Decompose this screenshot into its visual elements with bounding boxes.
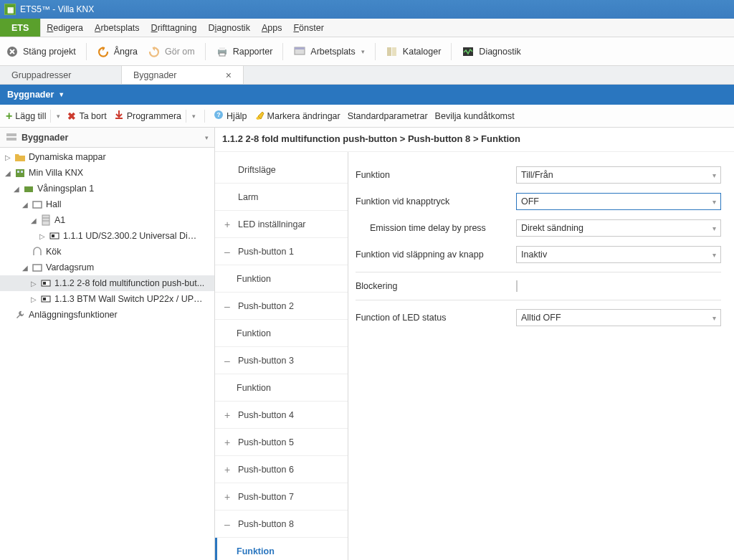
- reports-button[interactable]: Rapporter: [216, 45, 273, 58]
- folder-icon: [14, 151, 26, 163]
- workspace-label: Arbetsplats: [310, 47, 356, 57]
- nav-pb2-funktion[interactable]: Funktion: [215, 320, 348, 347]
- workspace-icon: [293, 45, 306, 58]
- checkbox-blockering[interactable]: [516, 280, 518, 292]
- separator: [375, 43, 376, 60]
- tab-byggnader[interactable]: Byggnader ×: [122, 66, 244, 84]
- diagnostics-button[interactable]: Diagnostik: [462, 45, 520, 58]
- tree-vardagsrum[interactable]: ◢Vardagsrum: [0, 260, 214, 275]
- menu-diagnostik[interactable]: Diagnostik: [203, 19, 256, 37]
- dropdown-icon[interactable]: ▾: [57, 113, 60, 120]
- delete-button[interactable]: ✖ Ta bort: [67, 110, 106, 122]
- chevron-down-icon: ▼: [58, 91, 65, 98]
- nav-pb1[interactable]: –Push-button 1: [215, 238, 348, 265]
- catalogs-button[interactable]: Kataloger: [386, 45, 442, 58]
- svg-rect-19: [42, 215, 49, 225]
- room-icon: [32, 246, 43, 257]
- tree-hall[interactable]: ◢Hall: [0, 196, 214, 212]
- nav-larm[interactable]: Larm: [215, 184, 348, 211]
- tree-villa[interactable]: ◢Min Villa KNX: [0, 165, 214, 181]
- tree-a1[interactable]: ◢A1: [0, 212, 214, 228]
- nav-pb1-funktion[interactable]: Funktion: [215, 265, 348, 293]
- tree-device-btm[interactable]: ▷1.1.3 BTM Wall Switch UP22x / UP24x...: [0, 291, 214, 307]
- undo-icon: [97, 45, 110, 58]
- select-led-status[interactable]: Alltid OFF▾: [516, 309, 721, 326]
- tab-gruppadresser[interactable]: Gruppadresser: [0, 66, 122, 84]
- tree-anl[interactable]: Anläggningsfunktioner: [0, 307, 214, 323]
- svg-rect-18: [33, 201, 42, 208]
- nav-pb6[interactable]: +Push-button 6: [215, 456, 348, 483]
- tree-dynamic-folders[interactable]: ▷Dynamiska mappar: [0, 149, 214, 165]
- dropdown-icon[interactable]: ▾: [205, 134, 209, 141]
- device-icon: [49, 230, 60, 242]
- undo-button[interactable]: Ångra: [97, 45, 138, 58]
- select-delay[interactable]: Direkt sändning▾: [516, 219, 721, 237]
- svg-rect-13: [6, 138, 16, 141]
- mark-changes-button[interactable]: Markera ändringar: [254, 110, 340, 122]
- menu-apps[interactable]: Apps: [256, 19, 288, 37]
- program-button[interactable]: Programmera ▾: [114, 110, 196, 123]
- plus-icon: +: [224, 409, 231, 421]
- tab-gruppadresser-label: Gruppadresser: [11, 70, 71, 80]
- building-icon: [14, 167, 26, 179]
- tree-kok[interactable]: Kök: [0, 244, 214, 260]
- nav-pb8[interactable]: –Push-button 8: [215, 511, 348, 538]
- nav-pb7[interactable]: +Push-button 7: [215, 483, 348, 511]
- close-project-icon: [6, 45, 19, 58]
- label-release: Funktion vid släppning av knapp: [356, 250, 516, 260]
- menu-arbetsplats[interactable]: Arbetsplats: [89, 19, 146, 37]
- close-tab-icon[interactable]: ×: [226, 70, 232, 81]
- printer-icon: [216, 45, 229, 58]
- menu-fonster[interactable]: Fönster: [287, 19, 329, 37]
- nav-pb2[interactable]: –Push-button 2: [215, 293, 348, 320]
- nav-pb8-funktion[interactable]: Funktion: [215, 538, 348, 560]
- svg-rect-6: [387, 47, 391, 56]
- tree-device-multi[interactable]: ▷1.1.2 2-8 fold multifunction push-but..…: [0, 275, 214, 291]
- row-blockering: Blockering: [356, 277, 721, 300]
- workspace-button[interactable]: Arbetsplats ▾: [293, 45, 365, 58]
- dropdown-icon: ▾: [361, 48, 365, 55]
- select-funktion[interactable]: Till/Från▾: [516, 166, 721, 184]
- svg-rect-7: [392, 47, 396, 56]
- select-press[interactable]: OFF▾: [516, 193, 721, 210]
- tree-device-dim[interactable]: ▷1.1.1 UD/S2.300.2 Universal Dim Ac...: [0, 228, 214, 244]
- svg-text:?: ?: [216, 111, 221, 118]
- tree-header[interactable]: Byggnader ▾: [0, 128, 214, 148]
- catalogs-label: Kataloger: [403, 47, 442, 57]
- separator: [451, 43, 452, 60]
- redo-button[interactable]: Gör om: [148, 45, 195, 58]
- grant-access-button[interactable]: Bevilja kundåtkomst: [435, 111, 515, 121]
- nav-pb3-funktion[interactable]: Funktion: [215, 374, 348, 402]
- menu-ets[interactable]: ETS: [0, 19, 41, 37]
- select-release[interactable]: Inaktiv▾: [516, 246, 721, 263]
- svg-rect-14: [16, 169, 24, 177]
- tree-plan[interactable]: ◢Våningsplan 1: [0, 181, 214, 196]
- panel-header[interactable]: Byggnader ▼: [0, 85, 734, 105]
- mark-label: Markera ändringar: [267, 111, 340, 121]
- dropdown-icon[interactable]: ▾: [192, 113, 196, 120]
- menu-redigera[interactable]: Redigera: [41, 19, 89, 37]
- default-params-button[interactable]: Standardparametrar: [348, 111, 428, 121]
- tree-panel: Byggnader ▾ ▷Dynamiska mappar ◢Min Villa…: [0, 128, 215, 560]
- redo-label: Gör om: [165, 47, 195, 57]
- separator: [205, 43, 206, 60]
- download-icon: [114, 110, 124, 122]
- add-button[interactable]: + Lägg till ▾: [6, 110, 60, 123]
- svg-rect-3: [219, 53, 225, 56]
- reports-label: Rapporter: [233, 47, 273, 57]
- catalog-icon: [386, 45, 399, 58]
- svg-rect-16: [21, 171, 23, 173]
- close-project-button[interactable]: Stäng projekt: [6, 45, 76, 58]
- nav-led[interactable]: +LED inställningar: [215, 211, 348, 238]
- nav-pb3[interactable]: –Push-button 3: [215, 347, 348, 374]
- nav-pb4[interactable]: +Push-button 4: [215, 402, 348, 429]
- chevron-down-icon: ▾: [712, 198, 716, 206]
- plus-icon: +: [224, 219, 231, 230]
- minus-icon: –: [224, 518, 231, 530]
- menu-drifttagning[interactable]: Drifttagning: [146, 19, 203, 37]
- help-button[interactable]: ? Hjälp: [214, 110, 247, 122]
- nav-driftslage[interactable]: Driftsläge: [215, 156, 348, 184]
- help-icon: ?: [214, 110, 224, 122]
- chevron-down-icon: ▾: [712, 251, 716, 259]
- nav-pb5[interactable]: +Push-button 5: [215, 429, 348, 456]
